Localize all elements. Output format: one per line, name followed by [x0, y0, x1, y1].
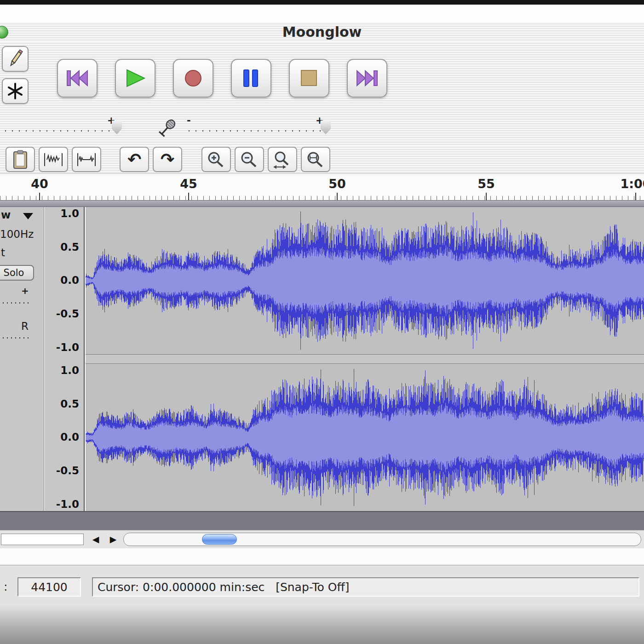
zoom-fit-icon — [305, 150, 326, 169]
play-button[interactable] — [115, 59, 155, 98]
scroll-right-icon: ▶ — [110, 534, 117, 544]
lower-gap — [0, 548, 644, 565]
scroll-left-button[interactable]: ◀ — [88, 532, 103, 546]
undo-button[interactable]: ↶ — [120, 147, 149, 172]
microphone-icon — [155, 118, 178, 142]
timeline-label: 1:00 — [620, 177, 644, 191]
input-volume-slider[interactable] — [189, 127, 328, 133]
scroll-right-button[interactable]: ▶ — [106, 532, 121, 546]
solo-button[interactable]: Solo — [0, 265, 34, 281]
timeline-major-tick — [188, 193, 189, 200]
pause-icon — [241, 68, 261, 88]
zoom-fit-button[interactable] — [301, 147, 330, 172]
project-rate-field[interactable]: 44100 — [17, 577, 81, 597]
scale-value: 0.0 — [60, 275, 79, 286]
desktop-edge — [0, 0, 644, 5]
paste-button[interactable] — [6, 147, 35, 172]
mixer-toolbar: + - + — [0, 115, 644, 145]
track-control-panel: w 100Hz t Solo + R — [0, 207, 44, 511]
cursor-position-field: Cursor: 0:00.000000 min:sec [Snap-To Off… — [92, 577, 639, 597]
undo-icon: ↶ — [127, 151, 141, 168]
close-button[interactable] — [0, 26, 8, 39]
asterisk-icon — [6, 82, 24, 100]
trim-selection-button[interactable] — [39, 147, 68, 172]
waveform-channel-left[interactable] — [86, 207, 644, 354]
amplitude-scale-left: 1.0 0.5 0.0 -0.5 -1.0 — [45, 207, 84, 354]
pause-button[interactable] — [231, 59, 271, 98]
zoom-in-icon — [206, 150, 226, 169]
rewind-icon — [65, 68, 89, 88]
track-format-fragment: t — [1, 247, 5, 259]
track-rate-fragment: 100Hz — [0, 228, 34, 240]
rewind-button[interactable] — [57, 59, 98, 98]
track-area-top-border — [0, 200, 644, 207]
record-button[interactable] — [173, 59, 213, 98]
waveform-area — [86, 207, 644, 511]
zoom-out-icon — [239, 150, 259, 169]
project-rate-label-fragment: : — [4, 580, 7, 593]
timeline-label: 50 — [328, 177, 346, 191]
titlebar[interactable]: Moonglow — [0, 22, 644, 42]
scale-value: -1.0 — [56, 499, 79, 510]
gain-plus-label: + — [21, 285, 29, 296]
scale-gap — [45, 354, 84, 364]
zoom-to-selection-button[interactable] — [268, 147, 297, 172]
window-title: Moonglow — [282, 24, 362, 40]
scale-value: 0.5 — [60, 398, 79, 410]
zoom-in-button[interactable] — [201, 147, 231, 172]
edit-toolbar: ↶ ↷ — [0, 145, 644, 173]
track-name-fragment: w — [1, 209, 11, 221]
zoom-selection-icon — [272, 150, 293, 169]
main-toolbar — [0, 41, 644, 115]
audacity-window: Moonglow — [0, 0, 644, 644]
scale-value: 0.0 — [60, 431, 79, 443]
clipboard-icon — [11, 150, 29, 170]
scale-value: 0.5 — [60, 242, 79, 253]
empty-track-space — [0, 511, 644, 530]
vertical-amplitude-ruler: 1.0 0.5 0.0 -0.5 -1.0 1.0 0.5 0.0 -0.5 -… — [45, 207, 85, 511]
silence-waveform-icon — [76, 151, 97, 168]
scroll-left-icon: ◀ — [92, 534, 99, 544]
scale-value: -1.0 — [56, 342, 79, 353]
fast-forward-button[interactable] — [347, 59, 387, 98]
stop-icon — [299, 68, 319, 88]
timeline-minor-ticks — [0, 196, 644, 200]
stop-button[interactable] — [289, 59, 329, 98]
redo-button[interactable]: ↷ — [153, 147, 182, 172]
pan-right-label: R — [21, 320, 29, 332]
timeline-major-tick — [337, 193, 338, 200]
fast-forward-icon — [355, 68, 379, 88]
waveform-canvas-right[interactable] — [86, 364, 644, 511]
draw-tool-button[interactable] — [2, 46, 29, 72]
track-gain-slider[interactable] — [0, 299, 31, 305]
timeline-ruler[interactable]: 40 45 50 55 1:00 — [0, 173, 644, 200]
timeline-major-tick — [486, 193, 487, 200]
window-top-margin — [0, 5, 644, 22]
zoom-out-button[interactable] — [235, 147, 264, 172]
scrollbar-corner-box — [1, 534, 84, 545]
timeline-major-tick — [39, 193, 40, 200]
multi-tool-button[interactable] — [2, 78, 29, 104]
scale-value: -0.5 — [56, 308, 79, 320]
track-pan-slider[interactable] — [0, 334, 31, 340]
output-volume-slider[interactable] — [0, 127, 122, 133]
track-menu-arrow-icon[interactable] — [23, 213, 33, 219]
silence-selection-button[interactable] — [72, 147, 101, 172]
scale-value: -0.5 — [56, 465, 79, 477]
scrollbar-thumb[interactable] — [202, 534, 237, 545]
redo-icon: ↷ — [161, 151, 174, 168]
timeline-label: 40 — [31, 177, 48, 191]
timeline-major-tick — [635, 193, 636, 200]
pencil-icon — [6, 49, 24, 69]
scale-value: 1.0 — [60, 365, 79, 376]
waveform-channel-right[interactable] — [86, 364, 644, 511]
channel-divider — [86, 354, 644, 364]
record-icon — [183, 68, 203, 88]
waveform-canvas-left[interactable] — [86, 207, 644, 354]
amplitude-scale-right: 1.0 0.5 0.0 -0.5 -1.0 — [45, 364, 84, 511]
horizontal-scrollbar-row: ◀ ▶ — [0, 530, 644, 548]
timeline-label: 45 — [180, 177, 197, 191]
window-bottom-edge — [0, 606, 644, 644]
scrollbar-track[interactable] — [123, 533, 641, 546]
input-minus-label: - — [187, 115, 191, 126]
